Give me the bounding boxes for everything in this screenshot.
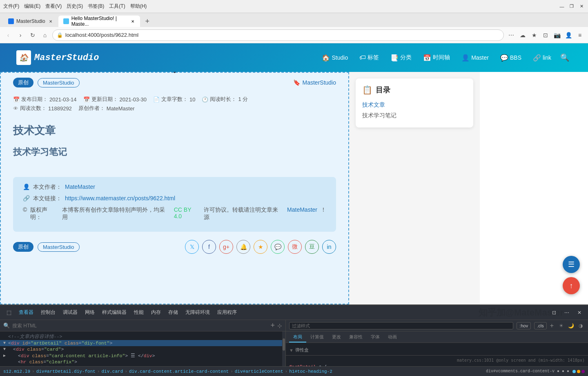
tab-close-1[interactable]: ✕ (48, 18, 53, 24)
devtools-tab-memory[interactable]: 内存 (148, 307, 164, 318)
wechat-share-button[interactable]: 💬 (271, 240, 285, 254)
site-logo[interactable]: 🏠 MasterStudio (16, 50, 99, 65)
forward-button[interactable]: › (16, 30, 25, 40)
menu-help[interactable]: 帮助(H) (130, 3, 147, 10)
back-button[interactable]: ‹ (3, 30, 13, 40)
author-card-name[interactable]: MateMaster (65, 184, 95, 190)
minimize-button[interactable]: — (559, 3, 565, 10)
pick-element-button[interactable]: ⊹ (277, 322, 282, 329)
home-button[interactable]: ⌂ (40, 30, 50, 40)
tab-hello-masterstudio[interactable]: Hello MasterStudio! | Maste... ✕ (58, 16, 140, 27)
notification-button[interactable]: 🔔 (236, 240, 250, 254)
linkedin-share-button[interactable]: in (322, 240, 336, 254)
category-badge[interactable]: MasterStudio (38, 78, 80, 87)
sync-icon[interactable]: ☁ (518, 30, 528, 40)
hov-button[interactable]: :hov (517, 322, 531, 329)
toc-float-button[interactable]: ☰ (563, 256, 580, 273)
google-share-button[interactable]: g+ (219, 240, 233, 254)
profile-icon[interactable]: 👤 (564, 30, 573, 40)
breadcrumb-card[interactable]: div.card (101, 369, 123, 374)
tab-changes[interactable]: 更改 (328, 332, 345, 342)
menu-history[interactable]: 历史(S) (67, 3, 83, 10)
light-mode-icon[interactable]: ☀ (557, 322, 565, 330)
html-line-artdetail[interactable]: <div id="artDetail" class="diy-font"> (0, 340, 282, 346)
toc-item-1[interactable]: 技术文章 (362, 100, 467, 110)
post-category-badge[interactable]: MasterStudio (38, 242, 80, 252)
menu-bookmarks[interactable]: 书签(B) (88, 3, 104, 10)
add-style-button[interactable]: + (550, 322, 554, 329)
address-bar[interactable]: 🔒 localhost:4000/posts/9622.html (52, 29, 504, 41)
new-tab-button[interactable]: + (142, 16, 153, 27)
sidebar-button[interactable]: ⊡ (541, 30, 550, 40)
post-original-badge[interactable]: 原创 (13, 242, 33, 252)
nav-tags[interactable]: 🏷 标签 (354, 51, 384, 64)
styles-filter-input[interactable] (289, 322, 513, 329)
maximize-button[interactable]: ❐ (568, 3, 575, 10)
menu-bar[interactable]: 文件(F) 编辑(E) 查看(V) 历史(S) 书签(B) 工具(T) 帮助(H… (3, 3, 147, 10)
html-line-card[interactable]: <div class="card"> (0, 346, 282, 352)
tab-masterstudio[interactable]: MasterStudio ✕ (3, 16, 58, 27)
breadcrumb-article-content[interactable]: div#articleContent (235, 369, 283, 374)
douban-share-button[interactable]: 豆 (305, 240, 319, 254)
weibo-share-button[interactable]: 微 (288, 240, 302, 254)
devtools-tab-inspector[interactable]: 查看器 (16, 307, 37, 318)
tab-computed[interactable]: 计算值 (306, 332, 328, 342)
cls-button[interactable]: .cls (534, 322, 547, 329)
author-footer-link[interactable]: MateMaster (287, 206, 317, 213)
html-line-comment[interactable]: <!--文章内容容详情--> (0, 333, 282, 340)
toc-item-2[interactable]: 技术学习笔记 (362, 110, 467, 121)
dark-mode-icon[interactable]: 🌙 (567, 322, 575, 330)
menu-edit[interactable]: 编辑(E) (24, 3, 40, 10)
tab-compatibility[interactable]: 兼容性 (345, 332, 367, 342)
breadcrumb-toc-heading[interactable]: h1#toc-heading-2 (289, 369, 332, 374)
close-button[interactable]: ✕ (578, 3, 585, 10)
devtools-tab-storage[interactable]: 存储 (165, 307, 181, 318)
devtools-tab-console[interactable]: 控制台 (38, 307, 59, 318)
menu-tools[interactable]: 工具(T) (109, 3, 125, 10)
menu-view[interactable]: 查看(V) (45, 3, 62, 10)
devtools-tab-style-editor[interactable]: 样式编辑器 (99, 307, 130, 318)
inspector-tool[interactable]: ⬚ (3, 308, 15, 317)
nav-categories[interactable]: 📑 分类 (385, 51, 416, 64)
cc-license-link[interactable]: CC BY 4.0 (174, 206, 201, 219)
url-text[interactable]: localhost:4000/posts/9622.html (65, 32, 499, 38)
html-scrollbar[interactable] (282, 331, 285, 366)
tab-layout[interactable]: 布局 (289, 332, 306, 342)
html-line-hr[interactable]: <hr class="clearfix"> (0, 359, 282, 365)
breadcrumb-article-card-content[interactable]: div.card-content.article-card-content (129, 369, 229, 374)
reload-button[interactable]: ↻ (28, 30, 38, 40)
nav-timeline[interactable]: 📅 时间轴 (418, 51, 455, 64)
twitter-share-button[interactable]: 𝕏 (185, 240, 199, 254)
devtools-dock-button[interactable]: ⊡ (549, 308, 559, 317)
devtools-close-button[interactable]: ✕ (574, 308, 585, 317)
devtools-tab-performance[interactable]: 性能 (131, 307, 147, 318)
facebook-share-button[interactable]: f (202, 240, 216, 254)
search-button[interactable]: 🔍 (558, 51, 572, 65)
extensions-button[interactable]: ⋯ (506, 30, 516, 40)
window-controls[interactable]: — ❐ ✕ (559, 3, 585, 10)
add-html-button[interactable]: + (270, 321, 275, 330)
breadcrumb-s12[interactable]: s12.m12.l9 (3, 369, 30, 374)
post-url[interactable]: https://www.matemaster.cn/posts/9622.htm… (65, 195, 175, 201)
tab-animations[interactable]: 动画 (384, 332, 401, 342)
nav-link[interactable]: 🔗 link (528, 51, 556, 64)
contrast-icon[interactable]: ◑ (577, 322, 585, 330)
devtools-tab-debugger[interactable]: 调试器 (60, 307, 81, 318)
nav-bbs[interactable]: 💬 BBS (495, 51, 526, 64)
bookmark-star-icon[interactable]: ★ (529, 30, 539, 40)
original-badge[interactable]: 原创 (13, 78, 33, 87)
scroll-up-button[interactable]: ↑ (563, 277, 580, 294)
devtools-more-button[interactable]: ⋯ (561, 308, 572, 317)
flexbox-header[interactable]: ▼ 弹性盒 (289, 346, 585, 354)
breadcrumb-artdetail[interactable]: div#artDetail.diy-font (36, 369, 96, 374)
tab-fonts[interactable]: 字体 (367, 332, 384, 342)
nav-studio[interactable]: 🏠 Studio (317, 51, 353, 64)
menu-file[interactable]: 文件(F) (3, 3, 19, 10)
html-scroll-thumb[interactable] (283, 338, 285, 351)
nav-master[interactable]: 👤 Master (457, 51, 494, 64)
devtools-tab-network[interactable]: 网络 (82, 307, 98, 318)
devtools-tab-applications[interactable]: 应用程序 (214, 307, 240, 318)
tab-close-2[interactable]: ✕ (130, 18, 135, 24)
screenshot-icon[interactable]: 📷 (552, 30, 562, 40)
devtools-tab-accessibility[interactable]: 无障碍环境 (182, 307, 213, 318)
